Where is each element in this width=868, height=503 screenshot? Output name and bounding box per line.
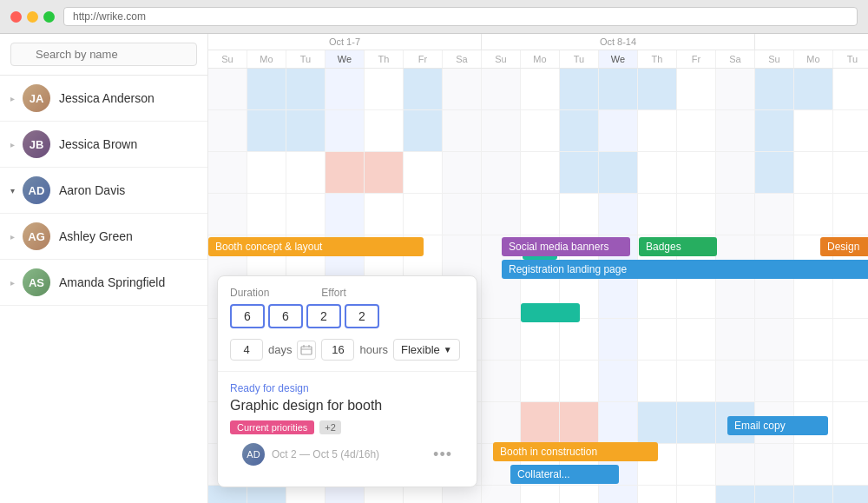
person-name: Amanda Springfield <box>59 275 165 289</box>
gantt-cell <box>286 194 326 235</box>
gantt-cell <box>286 152 326 193</box>
week-label: Oct 1-7 <box>208 34 482 50</box>
gantt-cell <box>794 486 833 503</box>
gantt-header-inner: Oct 1-7Oct 8-14SuMoTuWeThFrSaSuMoTuWeThF… <box>208 34 868 68</box>
minimize-button[interactable] <box>27 11 38 23</box>
gantt-cell <box>404 486 443 503</box>
gantt-cell <box>716 194 755 235</box>
gantt-cell <box>638 444 677 485</box>
gantt-cell <box>560 444 599 485</box>
gantt-cell <box>716 361 755 401</box>
search-bar: 🔍 <box>0 34 207 76</box>
day-header-su-14: Su <box>755 50 794 68</box>
search-input[interactable] <box>10 43 197 66</box>
day-header-th-4: Th <box>365 50 404 68</box>
gantt-cell <box>677 319 716 360</box>
current-priorities-tag[interactable]: Current priorities <box>230 420 314 434</box>
day-header-sa-6: Sa <box>443 50 482 68</box>
gantt-cell <box>638 402 677 443</box>
sidebar-item-jessica-brown[interactable]: ▸ JB Jessica Brown <box>0 122 207 168</box>
day-header-we-10: We <box>599 50 638 68</box>
gantt-cell <box>404 69 443 109</box>
maximize-button[interactable] <box>43 11 55 23</box>
sidebar-item-amanda-springfield[interactable]: ▸ AS Amanda Springfield <box>0 260 207 306</box>
duration-box[interactable]: 2 <box>306 304 341 328</box>
gantt-row <box>208 194 868 235</box>
gantt-cell <box>521 361 560 401</box>
gantt-cell <box>716 235 755 318</box>
gantt-cell <box>755 361 794 401</box>
more-options-button[interactable]: ••• <box>433 446 452 464</box>
gantt-cell <box>443 69 482 109</box>
gantt-cell <box>365 69 404 109</box>
day-header-mo-8: Mo <box>521 50 560 68</box>
gantt-cell <box>716 69 755 109</box>
popup-duration-section: Duration Effort <box>218 276 477 299</box>
svg-rect-0 <box>301 347 312 354</box>
sidebar: 🔍 ▸ JA Jessica Anderson ▸ JB Jessica Bro… <box>0 34 208 503</box>
gantt-cell <box>521 194 560 235</box>
popup-labels: Duration Effort <box>230 287 464 299</box>
duration-box[interactable]: 6 <box>230 304 265 328</box>
duration-value[interactable]: 4 <box>230 339 263 361</box>
gantt-cell <box>247 152 286 193</box>
gantt-cell <box>599 361 638 401</box>
gantt-cell <box>638 152 677 193</box>
day-header-tu-2: Tu <box>286 50 326 68</box>
gantt-cell <box>755 402 794 443</box>
gantt-row <box>208 486 868 503</box>
sidebar-item-jessica-anderson[interactable]: ▸ JA Jessica Anderson <box>0 76 207 122</box>
avatar: AD <box>23 176 50 204</box>
gantt-cell <box>833 194 868 235</box>
gantt-cell <box>677 402 716 443</box>
gantt-row <box>208 152 868 194</box>
gantt-cell <box>560 402 599 443</box>
effort-value[interactable]: 16 <box>321 339 354 361</box>
gantt-cell <box>638 319 677 360</box>
gantt-cell <box>560 69 599 109</box>
gantt-cell <box>755 319 794 360</box>
gantt-cell <box>560 486 599 503</box>
gantt-cell <box>443 486 482 503</box>
gantt-cell <box>755 444 794 485</box>
day-header-th-11: Th <box>638 50 677 68</box>
gantt-cell <box>599 486 638 503</box>
browser-chrome: http://wrike.com <box>0 0 868 34</box>
gantt-cell <box>560 152 599 193</box>
gantt-cell <box>404 110 443 151</box>
duration-box[interactable]: 2 <box>345 304 379 328</box>
week-label <box>755 34 868 50</box>
duration-box[interactable]: 6 <box>268 304 303 328</box>
gantt-cell <box>560 361 599 401</box>
sidebar-item-aaron-davis[interactable]: ▾ AD Aaron Davis <box>0 168 207 214</box>
traffic-lights <box>10 11 55 23</box>
gantt-cell <box>794 444 833 485</box>
gantt-cell <box>208 69 247 109</box>
flexible-dropdown[interactable]: Flexible ▼ <box>393 339 460 361</box>
gantt-header: Oct 1-7Oct 8-14SuMoTuWeThFrSaSuMoTuWeThF… <box>208 34 868 69</box>
more-tags[interactable]: +2 <box>319 420 341 434</box>
gantt-grid: Booth concept & layoutSocial media banne… <box>208 69 868 503</box>
gantt-cell <box>716 402 755 443</box>
gantt-cell <box>638 69 677 109</box>
url-bar[interactable]: http://wrike.com <box>63 7 858 26</box>
day-header-su-7: Su <box>482 50 521 68</box>
close-button[interactable] <box>10 11 22 23</box>
gantt-row <box>208 69 868 110</box>
gantt-cell <box>365 152 404 193</box>
gantt-cell <box>560 319 599 360</box>
gantt-cell <box>599 69 638 109</box>
sidebar-item-ashley-green[interactable]: ▸ AG Ashley Green <box>0 214 207 260</box>
person-name: Ashley Green <box>59 229 133 243</box>
gantt-cell <box>677 152 716 193</box>
popup-duration-row: 6622 <box>218 304 477 339</box>
effort-unit: hours <box>359 343 388 356</box>
gantt-cell <box>208 152 247 193</box>
day-header-tu-16: Tu <box>833 50 868 68</box>
gantt-cell <box>794 361 833 401</box>
gantt-cell <box>286 110 326 151</box>
gantt-cell <box>833 235 868 318</box>
divider-icon[interactable] <box>297 341 316 360</box>
gantt-cell <box>716 152 755 193</box>
gantt-cell <box>716 444 755 485</box>
